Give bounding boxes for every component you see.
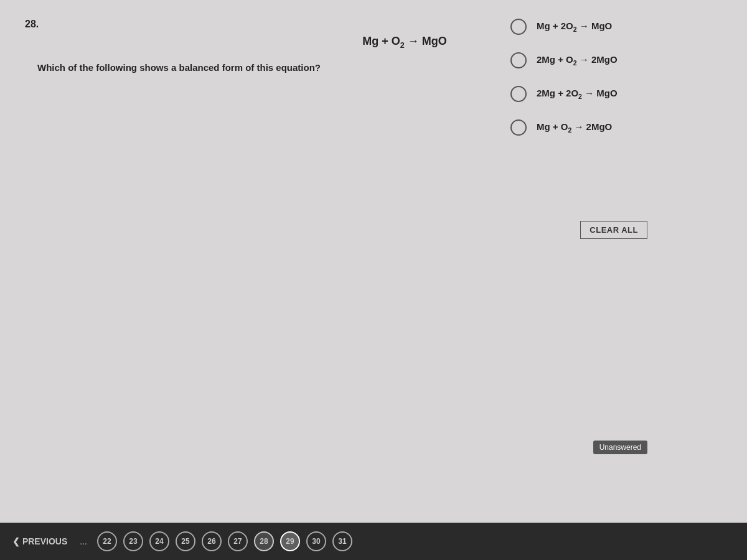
option-d[interactable]: Mg + O2 → 2MgO (510, 119, 710, 136)
radio-d[interactable] (510, 119, 527, 136)
nav-page-27[interactable]: 27 (228, 531, 248, 551)
option-b-label: 2Mg + O2 → 2MgO (537, 54, 618, 67)
bottom-nav: ❮ PREVIOUS ... 22 23 24 25 26 27 28 29 3… (0, 523, 747, 560)
nav-page-26[interactable]: 26 (202, 531, 222, 551)
option-d-label: Mg + O2 → 2MgO (537, 121, 612, 134)
nav-page-28[interactable]: 28 (254, 531, 274, 551)
radio-b[interactable] (510, 52, 527, 68)
previous-button[interactable]: ❮ PREVIOUS (12, 536, 67, 546)
nav-page-23[interactable]: 23 (123, 531, 143, 551)
option-a[interactable]: Mg + 2O2 → MgO (510, 19, 710, 35)
nav-page-24[interactable]: 24 (149, 531, 169, 551)
main-content: 28. Mg + O2 → MgO Which of the following… (0, 0, 747, 523)
clear-all-button[interactable]: CLEAR ALL (580, 221, 647, 239)
radio-c[interactable] (510, 86, 527, 102)
options-panel: Mg + 2O2 → MgO 2Mg + O2 → 2MgO 2Mg + 2O2… (510, 19, 710, 136)
radio-a[interactable] (510, 19, 527, 35)
nav-page-29[interactable]: 29 (280, 531, 300, 551)
option-c[interactable]: 2Mg + 2O2 → MgO (510, 86, 710, 102)
nav-page-25[interactable]: 25 (176, 531, 195, 551)
nav-page-31[interactable]: 31 (332, 531, 352, 551)
ellipsis: ... (80, 536, 87, 546)
nav-page-30[interactable]: 30 (306, 531, 326, 551)
unanswered-badge: Unanswered (593, 441, 647, 454)
nav-page-22[interactable]: 22 (97, 531, 117, 551)
option-c-label: 2Mg + 2O2 → MgO (537, 88, 618, 100)
option-b[interactable]: 2Mg + O2 → 2MgO (510, 52, 710, 68)
option-a-label: Mg + 2O2 → MgO (537, 21, 612, 33)
